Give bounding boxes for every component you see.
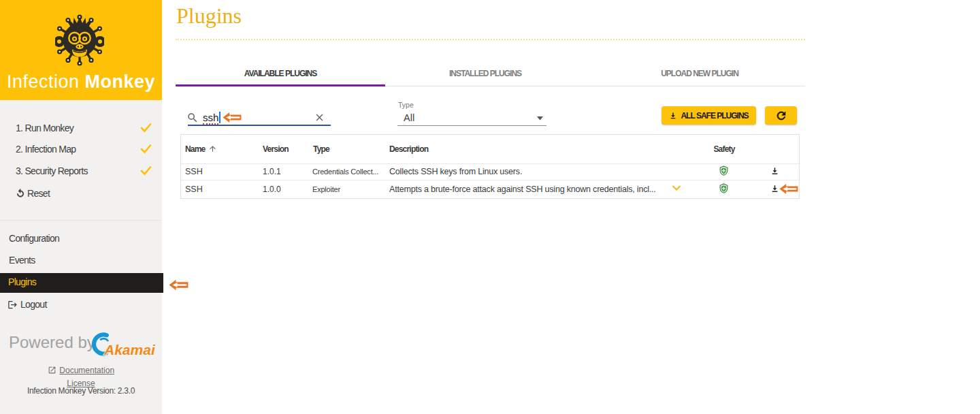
svg-text:Akamai: Akamai [103, 342, 156, 357]
